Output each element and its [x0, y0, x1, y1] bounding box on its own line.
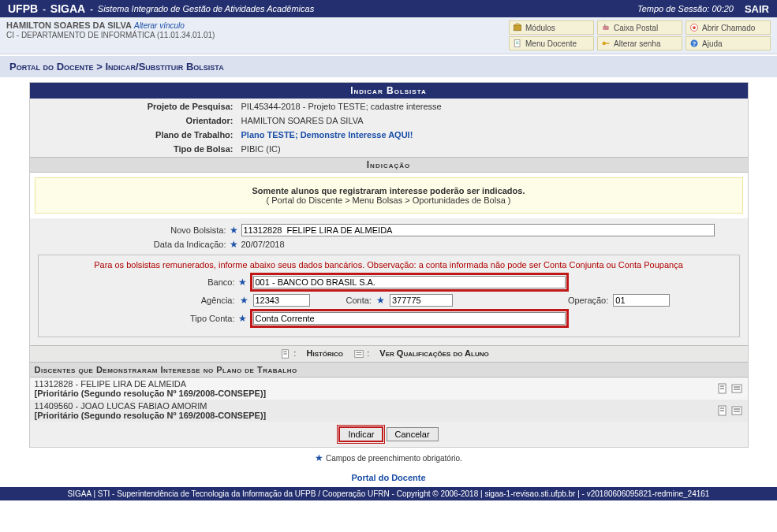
banco-label: Banco:: [42, 277, 235, 287]
svg-rect-21: [732, 385, 742, 392]
novo-bolsista-input[interactable]: [241, 224, 715, 236]
cancelar-button[interactable]: Cancelar: [387, 427, 439, 441]
svg-rect-2: [605, 24, 606, 27]
exit-link[interactable]: SAIR: [745, 3, 769, 15]
section-indicacao: Indicação: [30, 157, 748, 173]
plano-link[interactable]: Plano TESTE; Demonstre Interesse AQUI!: [241, 130, 413, 140]
breadcrumb: Portal do Docente > Indicar/Substituir B…: [9, 61, 224, 73]
user-row: HAMILTON SOARES DA SILVA Alterar vínculo…: [0, 17, 777, 54]
mid-actions: : Histórico : Ver Qualificações do Aluno: [30, 345, 748, 363]
indicar-button[interactable]: Indicar: [338, 426, 383, 442]
data-indicacao-label: Data da Indicação:: [33, 240, 226, 249]
operacao-input[interactable]: [613, 294, 670, 307]
svg-rect-0: [514, 25, 521, 31]
menu-docente[interactable]: Menu Docente: [509, 36, 594, 50]
tipo-conta-select[interactable]: Conta Corrente: [253, 312, 566, 325]
svg-rect-27: [732, 407, 742, 415]
historico-icon: [280, 348, 291, 359]
section-indicar-bolsista: Indicar Bolsista: [30, 83, 748, 99]
bank-fieldset: Para os bolsistas remunerados, informe a…: [38, 255, 740, 337]
footer-bar: SIGAA | STI - Superintendência de Tecnol…: [0, 487, 777, 500]
svg-rect-7: [516, 43, 519, 44]
menu-alterar-senha[interactable]: Alterar senha: [597, 36, 682, 50]
operacao-label: Operação:: [568, 296, 608, 305]
menu-caixa-postal[interactable]: Caixa Postal: [597, 20, 682, 35]
alter-vinculo-link[interactable]: Alterar vínculo: [134, 21, 185, 30]
key-icon: [601, 39, 611, 48]
historico-icon[interactable]: [716, 404, 729, 417]
footer-links: Portal do Docente: [0, 468, 777, 487]
agencia-input[interactable]: [253, 294, 310, 307]
novo-bolsista-label: Novo Bolsista:: [33, 225, 226, 235]
ori-val: HAMILTON SOARES DA SILVA: [238, 114, 746, 127]
menu-abrir-chamado[interactable]: Abrir Chamado: [685, 20, 771, 35]
breadcrumb-row: Portal do Docente > Indicar/Substituir B…: [0, 56, 777, 77]
discentes-header: Discentes que Demonstraram Interesse no …: [30, 363, 748, 378]
box-icon: [513, 23, 522, 32]
user-name: HAMILTON SOARES DA SILVA: [6, 20, 132, 30]
agencia-label: Agência:: [42, 296, 235, 305]
historico-icon[interactable]: [716, 382, 729, 395]
qualif-link[interactable]: Ver Qualificações do Aluno: [379, 348, 488, 358]
table-row: 11409560 - JOAO LUCAS FABIAO AMORIM[Prio…: [30, 400, 748, 422]
help-ring-icon: [689, 23, 699, 32]
bank-legend: Para os bolsistas remunerados, informe a…: [42, 260, 736, 270]
historico-link[interactable]: Histórico: [306, 348, 343, 358]
svg-point-4: [693, 26, 696, 29]
qualif-icon: [353, 348, 364, 359]
proj-val: PIL45344-2018 - Projeto TESTE; cadastre …: [238, 100, 746, 113]
notice-l1: Somente alunos que registraram interesse…: [43, 186, 734, 195]
conta-input[interactable]: [390, 294, 453, 307]
qualif-icon[interactable]: [730, 382, 743, 395]
menu-modulos[interactable]: Módulos: [509, 20, 594, 35]
svg-rect-1: [603, 26, 609, 30]
svg-rect-6: [516, 42, 519, 43]
user-dept: CI - DEPARTAMENTO DE INFORMÁTICA (11.01.…: [6, 31, 215, 39]
svg-rect-9: [605, 43, 609, 44]
info-table: Projeto de Pesquisa:PIL45344-2018 - Proj…: [30, 99, 748, 157]
help-icon: ?: [689, 39, 699, 48]
discentes-list: 11312828 - FELIPE LIRA DE ALMEIDA[Priori…: [30, 378, 748, 422]
inst-brand: UFPB: [8, 2, 38, 15]
notice-l2: ( Portal do Discente > Menu Bolsas > Opo…: [43, 195, 734, 205]
content-wrap: Indicar Bolsista Projeto de Pesquisa:PIL…: [29, 82, 749, 448]
svg-text:?: ?: [693, 40, 697, 47]
qualif-icon[interactable]: [730, 404, 743, 417]
form-area: Novo Bolsista: ★ Data da Indicação: ★ 20…: [30, 218, 748, 345]
notice-box: Somente alunos que registraram interesse…: [35, 177, 743, 214]
menu-grid: Módulos Caixa Postal Abrir Chamado Menu …: [509, 20, 771, 50]
portal-docente-link[interactable]: Portal do Docente: [351, 473, 425, 482]
sys-brand: SIGAA: [50, 2, 85, 15]
sys-full: Sistema Integrado de Gestão de Atividade…: [98, 4, 314, 13]
tipo-val: PIBIC (IC): [238, 143, 746, 155]
svg-rect-15: [355, 351, 364, 358]
conta-label: Conta:: [346, 296, 372, 305]
button-row: Indicar Cancelar: [30, 422, 748, 447]
menu-ajuda[interactable]: ?Ajuda: [685, 36, 771, 50]
required-note: ★ Campos de preenchimento obrigatório.: [0, 448, 777, 468]
top-bar: UFPB - SIGAA - Sistema Integrado de Gest…: [0, 0, 777, 17]
banco-select[interactable]: 001 - BANCO DO BRASIL S.A.: [253, 276, 566, 288]
report-icon: [513, 39, 522, 48]
mailbox-icon: [601, 23, 611, 32]
session-time: Tempo de Sessão: 00:20: [637, 4, 734, 13]
table-row: 11312828 - FELIPE LIRA DE ALMEIDA[Priori…: [30, 378, 748, 400]
data-indicacao-value: 20/07/2018: [241, 240, 285, 249]
tipo-conta-label: Tipo Conta:: [42, 314, 235, 323]
